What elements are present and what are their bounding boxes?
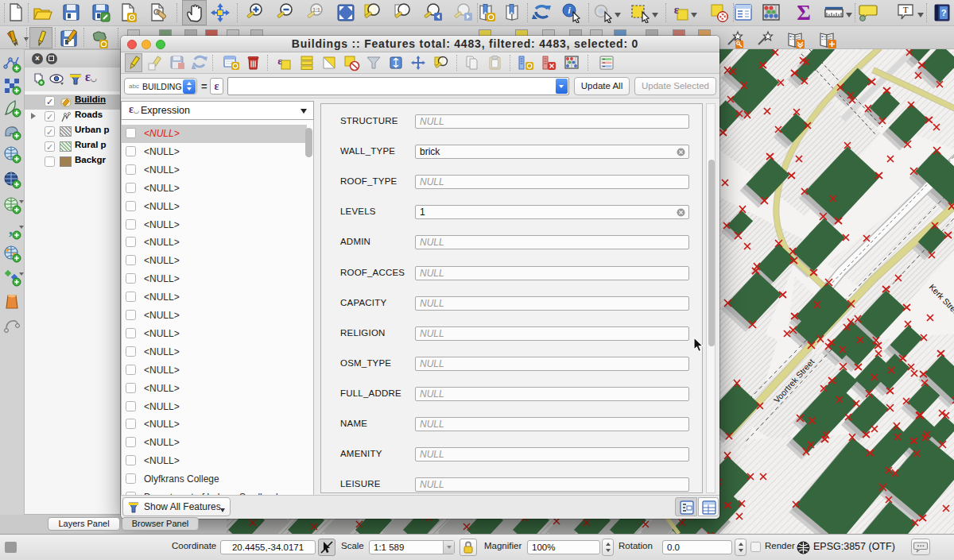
svg-text:T: T: [903, 5, 909, 14]
svg-text:ε: ε: [674, 3, 680, 16]
svg-text:1:1: 1:1: [312, 7, 320, 13]
svg-text:?: ?: [941, 8, 947, 17]
svg-text:,: ,: [9, 221, 13, 238]
svg-text:ε: ε: [277, 55, 282, 67]
